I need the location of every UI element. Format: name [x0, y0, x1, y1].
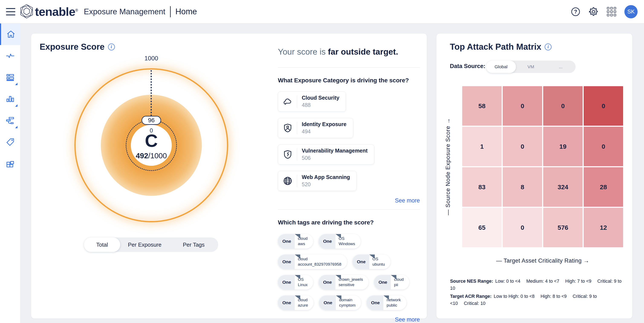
matrix-cell[interactable]: 0	[503, 127, 542, 166]
matrix-cell[interactable]: 19	[543, 127, 583, 166]
settings-button[interactable]	[588, 7, 598, 17]
matrix-cell[interactable]: 0	[543, 86, 583, 126]
data-source-toggle: Global VM ...	[486, 61, 576, 73]
legend-target-acr: Target ACR Range:Low to High: 0 to <8Hig…	[450, 293, 624, 307]
identity-icon	[283, 123, 292, 133]
tag-badge: One	[318, 234, 336, 248]
category-card-identity-exposure[interactable]: Identity Exposure 494	[278, 118, 353, 138]
attack-path-matrix-card: Top Attack Path Matrix i Data Source: Gl…	[436, 33, 632, 319]
tag-chip-os-windows[interactable]: One OS Windows	[318, 234, 360, 248]
matrix-cell[interactable]: 324	[543, 167, 583, 207]
expand-triangle-icon	[15, 104, 18, 107]
category-label: Web App Scanning	[302, 174, 350, 180]
category-value: 494	[302, 128, 346, 135]
tag-chip-cloud-pii[interactable]: One cloud pii	[374, 275, 409, 289]
menu-icon[interactable]	[6, 8, 15, 15]
tab-per-exposure[interactable]: Per Exposure	[120, 237, 169, 252]
score-status: Your score is far outside target.	[278, 47, 420, 57]
divider	[297, 148, 297, 161]
gear-icon	[588, 7, 598, 17]
category-question: What Exposure Category is driving the sc…	[278, 77, 420, 84]
vulnerability-icon	[283, 150, 292, 159]
gauge-max-label: 1000	[138, 55, 164, 62]
tab-per-tags[interactable]: Per Tags	[169, 237, 218, 252]
category-label: Identity Exposure	[302, 121, 346, 127]
matrix-cell[interactable]: 0	[503, 208, 542, 247]
divider	[297, 95, 297, 108]
matrix-cell[interactable]: 28	[584, 167, 623, 207]
matrix-cell[interactable]: 8	[503, 167, 542, 207]
matrix-x-axis-label: — Target Asset Criticality Rating →	[462, 257, 623, 264]
tag-badge: One	[278, 275, 295, 289]
tag-chip-network-public[interactable]: One network public	[366, 295, 406, 310]
cloud-icon	[283, 97, 292, 107]
tag-chip-crown-jewels-sensitive[interactable]: One crown_jewels sensitive	[318, 275, 368, 289]
matrix-cell[interactable]: 12	[584, 208, 623, 247]
data-source-row: Data Source: Global VM ...	[450, 61, 624, 73]
gauge-marker-pill: 96	[142, 116, 161, 125]
tag-chip-domain-cymptom[interactable]: One domain cymptom	[319, 295, 361, 310]
category-card-vulnerability-management[interactable]: Vulnerability Management 506	[278, 144, 374, 164]
title-separator	[170, 6, 171, 17]
top-bar: tenable® Exposure Management Home ? SK	[0, 0, 644, 24]
tag-icon	[6, 138, 15, 147]
tag-badge: One	[278, 295, 295, 310]
see-more-categories-link[interactable]: See more	[278, 197, 420, 204]
matrix-cell[interactable]: 83	[462, 167, 502, 207]
attack-matrix-title: Top Attack Path Matrix i	[450, 42, 552, 52]
tenable-logo-icon	[20, 4, 34, 20]
tag-chip-os-linux[interactable]: One OS Linux	[278, 275, 313, 289]
score-detail-column: Your score is far outside target. What E…	[278, 47, 420, 323]
matrix-cell[interactable]: 0	[584, 127, 623, 166]
expand-triangle-icon	[15, 83, 18, 85]
data-source-option-global[interactable]: Global	[486, 61, 516, 73]
home-icon	[6, 30, 15, 39]
sidebar-item-dashboards[interactable]	[0, 153, 20, 174]
tag-chip-os-ubuntu[interactable]: One OS ubuntu	[352, 254, 390, 269]
sidebar-item-attack-path[interactable]	[0, 110, 20, 131]
sidebar-item-activity[interactable]	[0, 45, 20, 67]
tag-chip-cloud-azure[interactable]: One cloud azure	[278, 295, 314, 310]
tag-chip-cloud-account[interactable]: One cloud account_832970976958	[278, 254, 347, 269]
apps-button[interactable]	[606, 7, 616, 17]
exposure-gauge: 1000 96 0 C 492/1000	[31, 34, 272, 319]
tag-chip-cloud-aws[interactable]: One cloud aws	[278, 234, 313, 248]
data-source-option-vm[interactable]: VM	[516, 61, 546, 73]
help-button[interactable]: ?	[571, 7, 580, 17]
info-icon[interactable]: i	[545, 44, 552, 50]
apps-grid-icon	[607, 7, 616, 16]
analytics-icon	[6, 95, 15, 104]
matrix-cell[interactable]: 65	[462, 208, 502, 247]
sidebar-item-home[interactable]	[0, 24, 20, 45]
tab-total[interactable]: Total	[84, 237, 120, 252]
matrix-legend: Source NES Range:Low: 0 to <4Medium: 4 t…	[450, 278, 624, 307]
category-value: 520	[302, 181, 350, 188]
tag-badge: One	[366, 295, 383, 310]
data-source-label: Data Source:	[450, 63, 486, 70]
category-card-web-app-scanning[interactable]: Web App Scanning 520	[278, 171, 356, 191]
matrix-cell[interactable]: 1	[462, 127, 502, 166]
user-avatar[interactable]: SK	[624, 5, 638, 18]
category-card-cloud-security[interactable]: Cloud Security 488	[278, 92, 346, 112]
divider	[297, 122, 297, 134]
matrix-cell[interactable]: 58	[462, 86, 502, 126]
see-more-tags-link[interactable]: See more	[278, 316, 420, 323]
data-source-option-more[interactable]: ...	[546, 61, 576, 73]
page-title: Home	[176, 7, 197, 16]
attack-path-matrix-grid: 58 0 0 0 1 0 19 0 83 8 324 28 65 0 576 1…	[462, 86, 623, 247]
sidebar-item-tags[interactable]	[0, 131, 20, 153]
divider	[278, 209, 420, 210]
matrix-cell[interactable]: 576	[543, 208, 583, 247]
matrix-cell[interactable]: 0	[584, 86, 623, 126]
category-label: Vulnerability Management	[302, 148, 368, 154]
sidebar-item-inventory[interactable]	[0, 67, 20, 88]
gauge-dotted-line	[151, 70, 152, 116]
sidebar	[0, 24, 20, 323]
sidebar-item-analytics[interactable]	[0, 88, 20, 110]
tag-badge: One	[352, 254, 369, 269]
help-icon: ?	[571, 8, 580, 16]
expand-triangle-icon	[15, 126, 18, 128]
divider	[278, 67, 420, 68]
exposure-score-card: Exposure Score i 1000 96 0 C 492/1000 To…	[31, 33, 427, 319]
matrix-cell[interactable]: 0	[503, 86, 542, 126]
